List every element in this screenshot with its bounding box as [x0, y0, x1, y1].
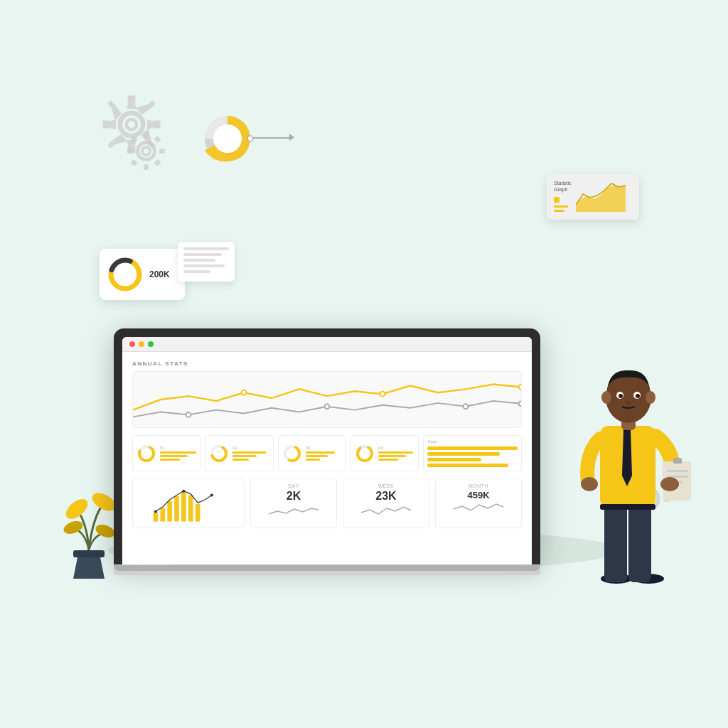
- svg-point-30: [242, 390, 247, 395]
- svg-rect-5: [144, 132, 149, 138]
- week-label: WEEK: [348, 483, 424, 488]
- svg-rect-9: [130, 136, 137, 143]
- svg-point-36: [519, 401, 521, 406]
- stat-card-02: 02: [205, 435, 273, 471]
- float-stat-value: 200K: [149, 269, 170, 279]
- stat-day-card: DAY 2K: [250, 478, 337, 528]
- day-label: DAY: [255, 483, 332, 488]
- stat-text-04: 04: [378, 446, 414, 461]
- person-figure: [563, 333, 691, 589]
- day-value: 2K: [255, 490, 332, 503]
- svg-rect-47: [167, 501, 172, 522]
- svg-rect-49: [181, 492, 186, 521]
- svg-rect-6: [144, 164, 149, 170]
- pie-chart-float: [199, 110, 256, 167]
- browser-dot-red: [129, 341, 135, 347]
- donut-03: [282, 444, 302, 464]
- svg-point-34: [325, 404, 330, 409]
- svg-point-44: [358, 446, 372, 461]
- float-stat-card: 200K: [100, 249, 185, 300]
- svg-point-33: [186, 412, 191, 417]
- svg-rect-60: [600, 504, 655, 510]
- svg-point-71: [601, 391, 611, 404]
- svg-point-76: [636, 394, 640, 398]
- stat-month-card: MONTH 459K: [435, 478, 522, 528]
- svg-rect-10: [154, 159, 161, 166]
- svg-point-2: [127, 119, 136, 129]
- svg-point-23: [63, 496, 91, 523]
- svg-point-31: [380, 392, 385, 397]
- svg-point-53: [182, 490, 185, 493]
- stat-card-01: 01: [132, 435, 200, 471]
- stat-card-03: 03: [278, 435, 346, 471]
- stat-text-03: 03: [306, 446, 342, 461]
- svg-point-21: [247, 136, 253, 141]
- stat-text-01: 01: [160, 446, 196, 461]
- svg-point-54: [210, 493, 213, 496]
- svg-rect-50: [188, 495, 193, 521]
- browser-bar: [122, 337, 532, 352]
- month-value: 459K: [440, 490, 517, 500]
- svg-point-4: [142, 147, 150, 155]
- pie-connector-line: [253, 137, 292, 139]
- svg-rect-48: [174, 496, 179, 521]
- svg-rect-58: [628, 500, 651, 582]
- scene: 200K ANNUAL STATS: [0, 0, 728, 728]
- browser-dot-yellow: [139, 341, 144, 347]
- gear-small-icon: [127, 132, 166, 171]
- line-chart: [132, 371, 522, 428]
- pie-connector-arrow: [289, 134, 294, 141]
- svg-rect-51: [196, 504, 200, 522]
- donut-01: [136, 444, 156, 464]
- float-notes-card: [178, 242, 235, 282]
- svg-rect-65: [667, 470, 688, 472]
- month-sparkline: [440, 502, 517, 515]
- week-sparkline: [348, 504, 424, 517]
- annual-stats-title: ANNUAL STATS: [132, 360, 522, 367]
- svg-rect-46: [160, 508, 165, 522]
- sg-title: StatisticGraph: [554, 180, 572, 193]
- svg-point-72: [646, 391, 655, 404]
- dashboard-content: ANNUAL STATS: [122, 352, 532, 537]
- svg-marker-61: [622, 429, 632, 486]
- sg-line2: [554, 210, 564, 212]
- statistic-graph-card: StatisticGraph: [547, 174, 639, 220]
- month-label: MONTH: [440, 483, 517, 488]
- laptop-base: [114, 565, 540, 575]
- svg-rect-64: [673, 458, 682, 464]
- svg-rect-22: [73, 550, 105, 557]
- stat-week-card: WEEK 23K: [343, 478, 429, 528]
- svg-point-52: [154, 510, 157, 513]
- svg-rect-7: [127, 149, 133, 154]
- bottom-row: DAY 2K WEEK 23K: [132, 478, 522, 528]
- svg-point-62: [581, 477, 598, 491]
- day-sparkline: [255, 504, 332, 517]
- svg-rect-57: [604, 500, 627, 582]
- laptop-screen: ANNUAL STATS: [114, 328, 540, 564]
- svg-point-32: [519, 385, 521, 390]
- float-donut-chart: [107, 256, 144, 293]
- bar-line-chart: [132, 478, 245, 528]
- donut-04: [355, 444, 375, 464]
- sg-mini-chart: [576, 180, 626, 212]
- stats-donut-row: 01: [132, 435, 522, 471]
- sg-line1: [554, 205, 568, 208]
- laptop-foot: [114, 565, 540, 571]
- svg-rect-8: [159, 149, 165, 154]
- laptop: ANNUAL STATS: [114, 328, 540, 575]
- week-value: 23K: [348, 490, 424, 503]
- svg-point-68: [660, 477, 679, 491]
- svg-rect-45: [154, 513, 159, 521]
- stat-text-02: 02: [232, 446, 269, 461]
- browser-dot-green: [148, 341, 154, 347]
- stat-card-wide: Stats: [423, 435, 522, 471]
- donut-02: [209, 444, 229, 464]
- svg-point-35: [464, 404, 469, 409]
- stat-card-04: 04: [350, 435, 419, 471]
- svg-point-75: [619, 394, 623, 398]
- svg-point-3: [137, 142, 154, 159]
- svg-rect-11: [130, 159, 137, 166]
- browser-window: ANNUAL STATS: [122, 337, 532, 564]
- svg-point-20: [213, 124, 242, 153]
- svg-rect-12: [154, 136, 161, 143]
